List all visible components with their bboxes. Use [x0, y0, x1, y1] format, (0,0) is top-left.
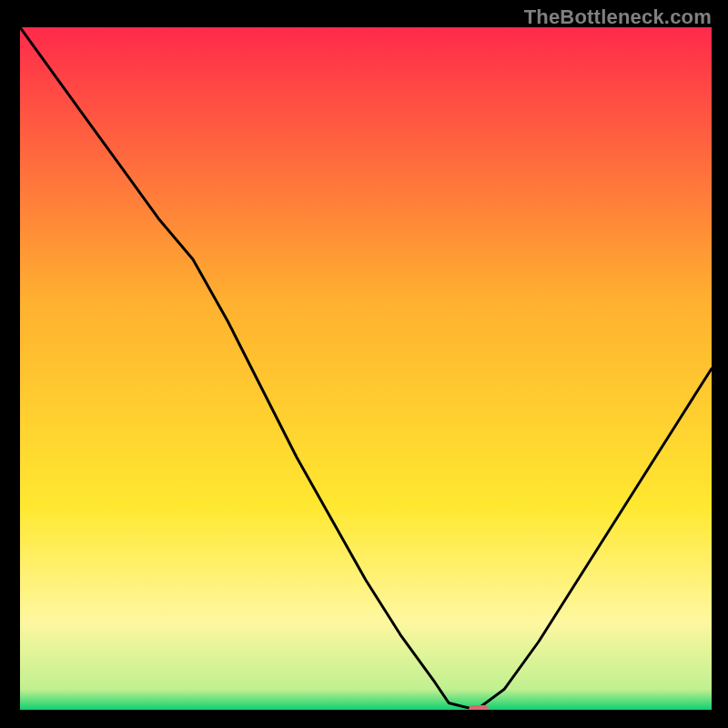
bottleneck-curve [20, 27, 712, 710]
plot-frame [16, 27, 712, 713]
optimal-marker [469, 705, 489, 713]
watermark-text: TheBottleneck.com [524, 5, 712, 29]
